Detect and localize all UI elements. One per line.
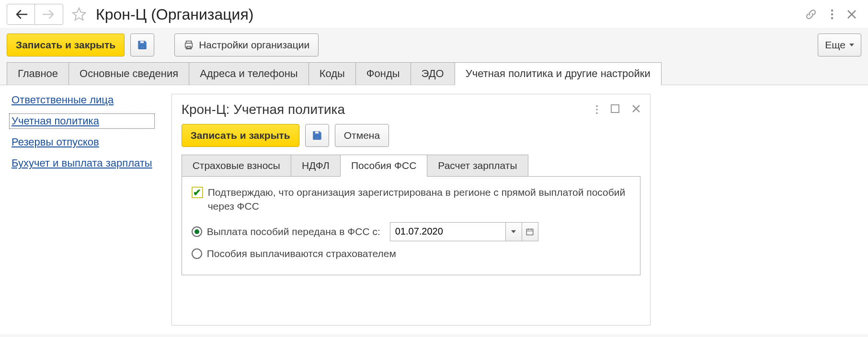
more-button[interactable]: Еще xyxy=(818,34,861,56)
subwindow-icon-group xyxy=(595,104,640,115)
tab-funds[interactable]: Фонды xyxy=(355,62,411,85)
tab-addresses[interactable]: Адреса и телефоны xyxy=(189,62,308,85)
save-button[interactable] xyxy=(130,34,154,56)
radio-label-2: Пособия выплачиваются страхователем xyxy=(207,248,396,259)
radio-input-2[interactable] xyxy=(192,248,202,259)
tab-codes[interactable]: Коды xyxy=(308,62,356,85)
subwindow: Крон-Ц: Учетная политика Записать и закр… xyxy=(171,94,651,326)
date-dropdown-button[interactable] xyxy=(505,223,522,241)
radio-input-1[interactable] xyxy=(192,226,202,237)
subtab-insurance[interactable]: Страховые взносы xyxy=(182,155,291,176)
back-button[interactable] xyxy=(7,4,35,24)
tab-main[interactable]: Главное xyxy=(7,62,69,85)
radio-label-1: Выплата пособий передана в ФСС с: xyxy=(207,226,380,237)
svg-point-0 xyxy=(831,10,833,11)
save-and-close-button[interactable]: Записать и закрыть xyxy=(7,34,125,56)
subwindow-kebab-icon[interactable] xyxy=(595,104,598,115)
svg-point-2 xyxy=(831,17,833,19)
sidebar-link-accounting-policy[interactable]: Учетная политика xyxy=(9,113,155,129)
tab-content: ✔ Подтверждаю, что организация зарегистр… xyxy=(182,177,640,275)
subwindow-header: Крон-Ц: Учетная политика xyxy=(182,102,640,117)
subwindow-save-button[interactable] xyxy=(305,124,329,147)
date-picker-button[interactable] xyxy=(522,223,538,241)
kebab-menu-icon[interactable] xyxy=(831,9,834,20)
checkbox-confirm-region[interactable]: ✔ Подтверждаю, что организация зарегистр… xyxy=(192,185,630,213)
nav-button-group xyxy=(7,4,63,25)
svg-point-1 xyxy=(831,13,833,15)
subwindow-close-icon[interactable] xyxy=(632,104,640,115)
header-bar: Крон-Ц (Организация) xyxy=(0,0,868,28)
subwindow-save-close-button[interactable]: Записать и закрыть xyxy=(182,124,299,147)
radio-fss-transfer[interactable]: Выплата пособий передана в ФСС с: xyxy=(192,222,630,241)
floppy-icon xyxy=(312,130,322,141)
subwindow-tabbar: Страховые взносы НДФЛ Пособия ФСС Расчет… xyxy=(182,155,640,177)
main-tabbar: Главное Основные сведения Адреса и телеф… xyxy=(0,62,868,85)
svg-point-5 xyxy=(596,112,598,114)
radio-insurer-pays[interactable]: Пособия выплачиваются страхователем xyxy=(192,248,630,259)
page-title: Крон-Ц (Организация) xyxy=(96,6,800,23)
favorite-star-icon[interactable] xyxy=(70,5,88,23)
subwindow-title: Крон-Ц: Учетная политика xyxy=(182,102,595,117)
sidebar-link-responsible[interactable]: Ответственные лица xyxy=(11,94,152,106)
calendar-icon xyxy=(525,227,534,236)
chevron-down-icon xyxy=(849,44,854,46)
sidebar: Ответственные лица Учетная политика Резе… xyxy=(9,94,152,326)
date-input-group xyxy=(390,222,538,241)
main-toolbar: Записать и закрыть Настройки организации… xyxy=(0,28,868,62)
subwindow-toolbar: Записать и закрыть Отмена xyxy=(182,124,640,147)
subtab-ndfl[interactable]: НДФЛ xyxy=(291,155,341,176)
floppy-icon xyxy=(137,40,148,50)
svg-rect-7 xyxy=(526,229,533,235)
subwindow-cancel-button[interactable]: Отмена xyxy=(335,124,389,147)
close-icon[interactable] xyxy=(847,10,857,19)
chevron-down-icon xyxy=(511,230,516,233)
subtab-salary-calc[interactable]: Расчет зарплаты xyxy=(427,155,528,176)
header-icon-group xyxy=(805,8,861,21)
org-settings-button[interactable]: Настройки организации xyxy=(174,34,319,56)
forward-button[interactable] xyxy=(35,4,63,24)
printer-icon xyxy=(183,40,194,50)
content-area: Ответственные лица Учетная политика Резе… xyxy=(0,85,868,334)
checkmark-icon: ✔ xyxy=(193,187,201,198)
subwindow-maximize-icon[interactable] xyxy=(611,104,619,115)
tab-accounting-policy[interactable]: Учетная политика и другие настройки xyxy=(455,62,662,85)
sidebar-link-vacation-reserves[interactable]: Резервы отпусков xyxy=(11,136,152,148)
tab-edo[interactable]: ЭДО xyxy=(411,62,455,85)
sidebar-link-accounting-salary[interactable]: Бухучет и выплата зарплаты xyxy=(11,157,152,169)
link-icon[interactable] xyxy=(805,8,817,21)
svg-point-3 xyxy=(596,105,598,107)
tab-basic-info[interactable]: Основные сведения xyxy=(69,62,189,85)
svg-point-4 xyxy=(596,109,598,111)
date-input[interactable] xyxy=(390,223,505,241)
svg-rect-6 xyxy=(611,105,619,112)
checkbox-label: Подтверждаю, что организация зарегистрир… xyxy=(208,185,630,213)
subtab-fss-benefits[interactable]: Пособия ФСС xyxy=(340,155,427,177)
checkbox-input[interactable]: ✔ xyxy=(192,187,203,198)
